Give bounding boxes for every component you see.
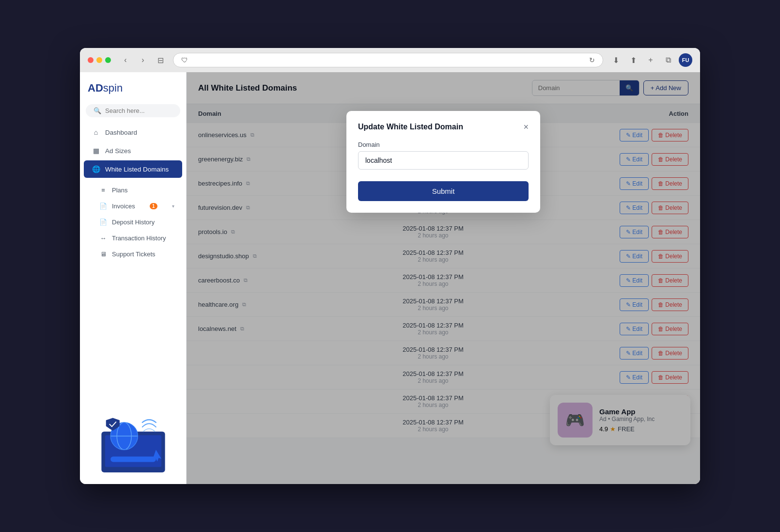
browser-controls: ‹ › ⊟	[119, 53, 167, 67]
domain-form-group: Domain	[358, 141, 529, 170]
sidebar-item-label: Invoices	[112, 203, 135, 210]
modal-overlay[interactable]: Update White Listed Domain × Domain Subm…	[187, 72, 700, 484]
download-icon[interactable]: ⬇	[609, 53, 623, 67]
domain-input[interactable]	[358, 151, 529, 170]
sidebar-item-invoices[interactable]: 📄 Invoices 1 ▾	[84, 199, 182, 214]
svg-rect-4	[110, 456, 156, 462]
modal-close-button[interactable]: ×	[523, 123, 529, 131]
sidebar-illustration	[88, 400, 179, 472]
close-button[interactable]	[88, 57, 94, 63]
main-content: All White Listed Domains 🔍 + Add New	[187, 72, 700, 484]
sidebar-item-label: Dashboard	[105, 129, 137, 136]
search-input[interactable]	[105, 107, 172, 114]
reload-icon[interactable]: ↻	[589, 56, 595, 64]
modal-header: Update White Listed Domain ×	[358, 123, 529, 131]
logo: ADspin	[80, 72, 186, 104]
address-bar[interactable]: 🛡 ↻	[173, 53, 603, 67]
browser-chrome: ‹ › ⊟ 🛡 ↻ ⬇ ⬆ + ⧉ FU	[80, 48, 700, 72]
chevron-down-icon: ▾	[172, 203, 174, 209]
traffic-lights	[88, 57, 111, 63]
home-icon: ⌂	[92, 128, 100, 136]
add-tab-icon[interactable]: +	[644, 53, 657, 67]
logo-spin: spin	[103, 82, 123, 94]
sidebar-search[interactable]: 🔍	[86, 104, 180, 117]
share-icon[interactable]: ⬆	[626, 53, 640, 67]
sidebar-item-label: White Listed Domains	[105, 166, 169, 173]
modal-title: Update White Listed Domain	[358, 123, 463, 131]
sidebar-item-label: Support Tickets	[112, 250, 156, 258]
sidebar-item-label: Deposit History	[112, 219, 155, 226]
sidebar: ADspin 🔍 ⌂ Dashboard ▦ Ad Sizes 🌐 White …	[80, 72, 187, 484]
grid-icon: ▦	[92, 147, 100, 155]
sidebar-item-label: Transaction History	[112, 235, 166, 242]
submit-button[interactable]: Submit	[358, 181, 529, 201]
sidebar-item-plans[interactable]: ≡ Plans	[84, 183, 182, 198]
sidebar-item-dashboard[interactable]: ⌂ Dashboard	[84, 124, 182, 141]
user-avatar[interactable]: FU	[679, 53, 692, 67]
search-icon: 🔍	[94, 107, 101, 114]
sidebar-item-label: Ad Sizes	[105, 147, 131, 155]
maximize-button[interactable]	[105, 57, 111, 63]
list-icon: ≡	[99, 187, 107, 194]
ticket-icon: 🖥	[99, 250, 107, 258]
shield-icon: 🛡	[181, 56, 188, 64]
sidebar-item-deposit-history[interactable]: 📄 Deposit History	[84, 215, 182, 230]
sidebar-item-white-listed-domains[interactable]: 🌐 White Listed Domains	[84, 160, 182, 178]
back-button[interactable]: ‹	[119, 53, 132, 67]
invoice-icon: 📄	[99, 203, 107, 210]
invoice-badge: 1	[150, 203, 157, 209]
deposit-icon: 📄	[99, 219, 107, 226]
sidebar-item-label: Plans	[112, 187, 128, 194]
minimize-button[interactable]	[96, 57, 102, 63]
update-domain-modal: Update White Listed Domain × Domain Subm…	[346, 111, 540, 213]
sidebar-toggle[interactable]: ⊟	[154, 53, 167, 67]
browser-actions: ⬇ ⬆ + ⧉ FU	[609, 53, 692, 67]
transaction-icon: ↔	[99, 235, 107, 242]
forward-button[interactable]: ›	[136, 53, 150, 67]
logo-ad: AD	[88, 82, 103, 94]
sidebar-item-support-tickets[interactable]: 🖥 Support Tickets	[84, 247, 182, 262]
sidebar-item-ad-sizes[interactable]: ▦ Ad Sizes	[84, 142, 182, 159]
tabs-icon[interactable]: ⧉	[661, 53, 675, 67]
domain-label: Domain	[358, 141, 529, 148]
sidebar-item-transaction-history[interactable]: ↔ Transaction History	[84, 231, 182, 246]
app-container: ADspin 🔍 ⌂ Dashboard ▦ Ad Sizes 🌐 White …	[80, 72, 700, 484]
globe-icon: 🌐	[92, 165, 100, 173]
